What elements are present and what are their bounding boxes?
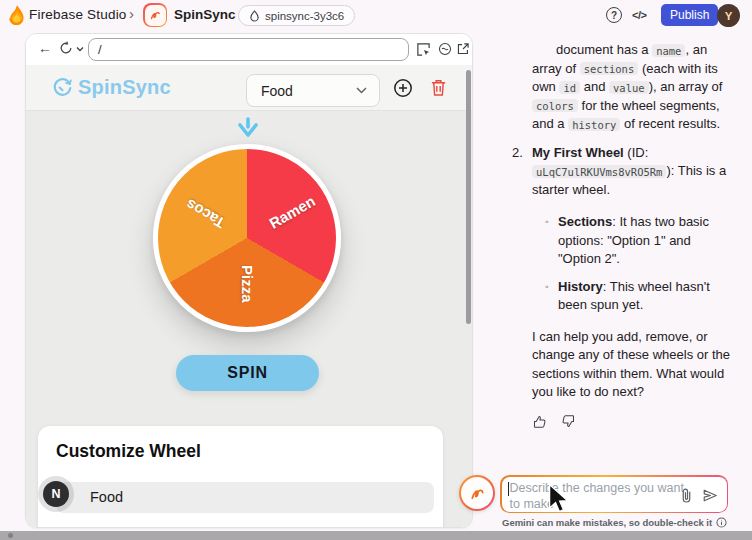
bottom-bar-dot — [8, 533, 13, 538]
chat-input-placeholder: Describe the changes you want to make — [510, 480, 688, 513]
chat-list-item: 2. My First Wheel (ID: uLqC7ulRKUVms8vRO… — [532, 144, 732, 200]
app-header: SpinSync Food — [26, 65, 472, 111]
spin-button[interactable]: SPIN — [176, 355, 319, 391]
chat-closing-paragraph: I can help you add, remove, or change an… — [532, 328, 732, 402]
wheel-pointer-icon — [236, 117, 260, 139]
workspace-icon — [249, 10, 260, 22]
url-input[interactable]: / — [88, 38, 409, 61]
delete-wheel-button[interactable] — [430, 78, 447, 97]
list-marker: 2. — [512, 144, 523, 163]
help-button[interactable]: ? — [606, 7, 622, 23]
section-name-input[interactable]: Food — [56, 482, 434, 513]
app-preview-panel: ← / — [25, 33, 473, 528]
open-in-new-icon[interactable] — [456, 42, 470, 56]
spinner-wheel[interactable] — [153, 144, 341, 332]
chat-paragraph: document has a name, an array of section… — [532, 41, 732, 134]
customize-wheel-card: Customize Wheel Food N — [38, 426, 443, 527]
chevron-down-icon — [356, 87, 367, 94]
chat-sub-bullet: ◦ Sections: It has two basic options: "O… — [558, 213, 732, 269]
thumbs-down-icon[interactable] — [561, 414, 576, 429]
chat-input[interactable]: Describe the changes you want to make — [502, 477, 727, 512]
bullet-marker: ◦ — [545, 213, 549, 232]
workspace-badge[interactable]: spinsync-3y3c6 — [238, 5, 355, 26]
preview-browser-toolbar: ← / — [26, 34, 472, 65]
refresh-button[interactable] — [59, 41, 73, 55]
code-view-button[interactable]: </> — [632, 9, 646, 21]
info-icon[interactable] — [716, 517, 727, 528]
chat-input-border: Describe the changes you want to make — [500, 475, 728, 513]
breadcrumb-brand[interactable]: Firebase Studio — [29, 7, 127, 22]
attach-file-icon[interactable] — [680, 488, 693, 503]
gemini-disclaimer: Gemini can make mistakes, so double-chec… — [502, 517, 727, 528]
workspace-badge-label: spinsync-3y3c6 — [265, 10, 344, 22]
preview-scrollbar[interactable] — [466, 70, 471, 324]
wheel-select-value: Food — [261, 83, 293, 99]
bullet-marker: ◦ — [545, 278, 549, 297]
key-press-badge: N — [43, 481, 69, 507]
refresh-options-chevron-icon[interactable] — [76, 46, 84, 52]
back-button[interactable]: ← — [38, 40, 52, 56]
spinsync-logo-icon — [52, 77, 73, 98]
send-icon[interactable] — [702, 488, 718, 503]
add-wheel-button[interactable] — [393, 78, 413, 98]
gemini-agent-button[interactable] — [459, 475, 495, 511]
breadcrumb-app-name[interactable]: SpinSync — [174, 7, 236, 22]
firebase-studio-window: Firebase Studio › SpinSync spinsync-3y3c… — [0, 0, 752, 540]
feedback-row — [532, 414, 732, 429]
spinsync-app-icon — [143, 3, 167, 27]
customize-heading: Customize Wheel — [56, 441, 201, 462]
inspect-icon[interactable] — [416, 42, 431, 57]
user-avatar[interactable]: Y — [717, 4, 740, 27]
breadcrumb-separator: › — [129, 5, 134, 22]
firebase-logo-icon — [8, 5, 25, 25]
chat-sub-bullet: ◦ History: This wheel hasn't been spun y… — [558, 278, 732, 315]
spinsync-app-preview: SpinSync Food — [26, 65, 472, 527]
wheel-segment-label: Pizza — [239, 265, 256, 303]
gemini-chat-message: document has a name, an array of section… — [532, 41, 732, 429]
gemini-scribble-icon — [468, 484, 487, 503]
wheel-select-dropdown[interactable]: Food — [246, 74, 380, 107]
bottom-bar — [0, 531, 752, 540]
top-bar: Firebase Studio › SpinSync spinsync-3y3c… — [0, 0, 752, 30]
thumbs-up-icon[interactable] — [532, 414, 547, 429]
app-title: SpinSync — [78, 76, 171, 99]
chat-sub-list: ◦ Sections: It has two basic options: "O… — [558, 213, 732, 315]
publish-button[interactable]: Publish — [661, 4, 718, 26]
link-icon[interactable] — [438, 42, 452, 56]
